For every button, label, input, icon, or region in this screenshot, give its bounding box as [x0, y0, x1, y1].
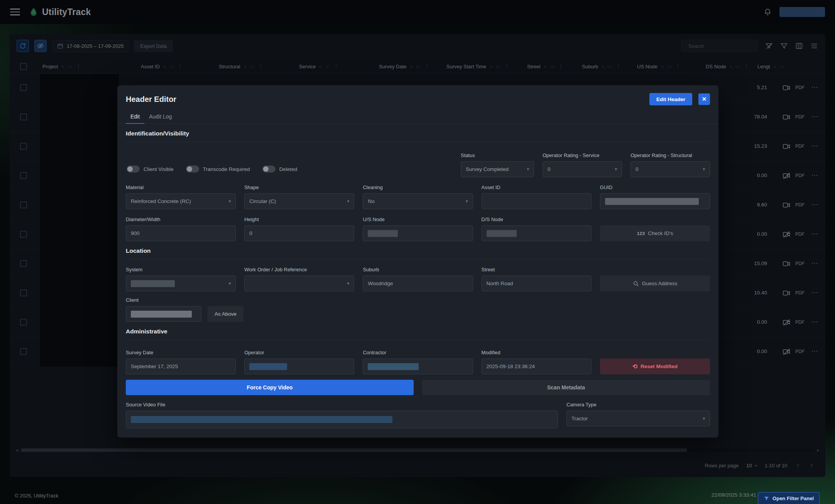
section-location: Location	[126, 247, 710, 259]
force-copy-video-button[interactable]: Force Copy Video	[126, 380, 414, 395]
edit-header-button[interactable]: Edit Header	[649, 93, 692, 105]
material-select[interactable]: Reinforced Concrete (RC)▾	[126, 193, 236, 209]
modified-input[interactable]: 2025-09-18 23:36:24	[482, 359, 592, 374]
shape-select[interactable]: Circular (C)▾	[244, 193, 354, 209]
street-input[interactable]: North Road	[482, 276, 592, 291]
reset-icon: ⟲	[632, 363, 637, 370]
chevron-down-icon: ▾	[347, 199, 350, 204]
asset-id-input[interactable]	[482, 193, 592, 209]
chevron-down-icon: ▾	[703, 416, 705, 421]
tab-edit[interactable]: Edit	[126, 110, 144, 124]
chevron-down-icon: ▾	[229, 199, 231, 204]
close-icon[interactable]: ✕	[698, 93, 710, 105]
status-select[interactable]: Survey Completed▾	[461, 161, 534, 177]
diameter-width-input[interactable]: 900	[126, 225, 236, 241]
camera-type-select[interactable]: Tractor▾	[566, 411, 710, 426]
operator-rating-service-select[interactable]: 0▾	[543, 161, 622, 177]
chevron-down-icon: ▾	[615, 167, 617, 172]
work-order-select[interactable]: ▾	[244, 276, 354, 291]
redacted-value	[131, 311, 192, 318]
scan-metadata-button[interactable]: Scan Metadata	[422, 380, 710, 395]
reset-modified-button[interactable]: ⟲ Reset Modified	[600, 359, 710, 374]
client-input[interactable]	[126, 306, 201, 322]
redacted-value	[131, 280, 175, 287]
as-above-button[interactable]: As Above	[208, 306, 243, 322]
check-ids-button[interactable]: 123 Check ID's	[600, 225, 710, 241]
filter-icon	[764, 496, 769, 501]
toggle-transcode-required[interactable]	[186, 166, 199, 173]
cleaning-select[interactable]: No▾	[363, 193, 473, 209]
section-identification-visibility: Identification/Visibility	[126, 130, 710, 142]
redacted-value	[249, 363, 287, 370]
suburb-input[interactable]: Woodridge	[363, 276, 473, 291]
dialog-title: Header Editor	[126, 95, 176, 104]
height-input[interactable]: 0	[244, 225, 354, 241]
chevron-down-icon: ▾	[466, 199, 468, 204]
system-select[interactable]: ▾	[126, 276, 236, 291]
toggle-client-visible[interactable]	[127, 166, 140, 173]
section-administrative: Administrative	[126, 328, 710, 340]
guid-input[interactable]	[600, 193, 710, 209]
redacted-value	[487, 230, 517, 237]
ds-node-input[interactable]	[482, 225, 592, 241]
toggle-deleted[interactable]	[262, 166, 276, 173]
chevron-down-icon: ▾	[347, 281, 350, 286]
guess-address-button[interactable]: Guess Address	[600, 276, 710, 291]
survey-date-input[interactable]: September 17, 2025	[126, 359, 236, 374]
dialog-tabs: Edit Audit Log	[117, 110, 718, 124]
chevron-down-icon: ▾	[527, 167, 529, 172]
us-node-input[interactable]	[363, 225, 473, 241]
open-filter-panel-button[interactable]: Open Filter Panel	[758, 492, 820, 504]
redacted-value	[131, 416, 392, 423]
check-ids-123-icon: 123	[637, 231, 645, 236]
search-icon	[633, 281, 639, 287]
redacted-value	[605, 198, 699, 205]
operator-rating-structural-select[interactable]: 0▾	[630, 161, 710, 177]
contractor-input[interactable]	[363, 359, 473, 374]
operator-input[interactable]	[244, 359, 354, 374]
chevron-down-icon: ▾	[229, 281, 231, 286]
tab-audit-log[interactable]: Audit Log	[144, 110, 176, 124]
redacted-value	[368, 363, 419, 370]
redacted-value	[368, 230, 398, 237]
chevron-down-icon: ▾	[703, 167, 705, 172]
source-video-file-input[interactable]	[126, 411, 558, 428]
header-editor-dialog: Header Editor Edit Header ✕ Edit Audit L…	[117, 85, 718, 438]
